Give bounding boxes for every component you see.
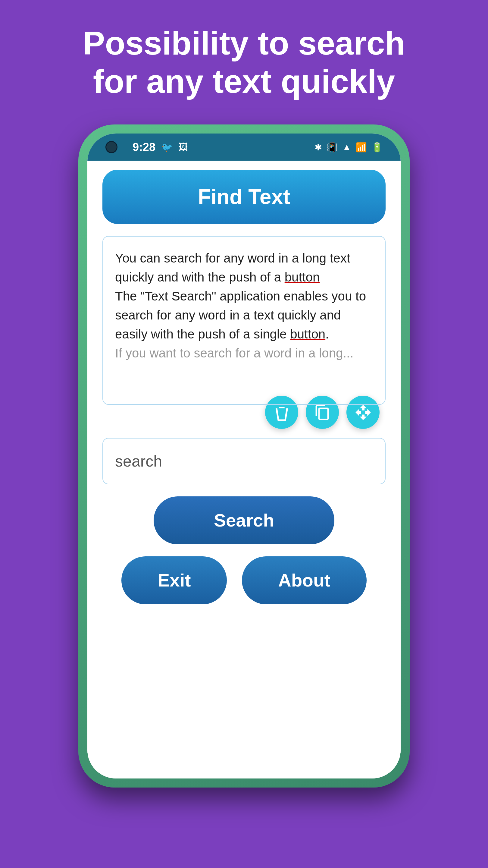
highlight-button-1: button (285, 270, 320, 284)
image-icon: 🖼 (178, 142, 188, 152)
about-button[interactable]: About (242, 556, 366, 604)
headline: Possibility to search for any text quick… (59, 0, 429, 119)
status-time: 9:28 (133, 141, 156, 154)
camera-dot (105, 141, 118, 153)
clipboard-icon (314, 404, 331, 421)
move-icon (355, 404, 371, 421)
status-icons-right: ✱ 📳 ▲ 📶 🔋 (315, 142, 383, 153)
wifi-icon: ▲ (342, 142, 351, 152)
twitter-icon: 🐦 (161, 142, 173, 153)
highlight-button-2: button (290, 327, 325, 341)
status-left: 9:28 🐦 🖼 (105, 141, 188, 154)
search-button[interactable]: Search (154, 496, 334, 544)
trash-icon (273, 404, 290, 421)
phone-screen: 9:28 🐦 🖼 ✱ 📳 ▲ 📶 🔋 Find Text (87, 133, 401, 778)
bluetooth-icon: ✱ (315, 142, 322, 153)
status-bar: 9:28 🐦 🖼 ✱ 📳 ▲ 📶 🔋 (87, 133, 401, 161)
exit-button[interactable]: Exit (121, 556, 227, 604)
headline-line1: Possibility to search (83, 24, 405, 61)
app-header: Find Text (102, 170, 386, 224)
battery-icon: 🔋 (371, 142, 383, 153)
text-display-area[interactable]: You can search for any word in a long te… (102, 236, 386, 405)
vibrate-icon: 📳 (327, 142, 338, 153)
bottom-buttons: Exit About (121, 556, 366, 604)
headline-line2: for any text quickly (93, 63, 395, 100)
search-input[interactable] (102, 438, 386, 484)
body-text-static: You can search for any word in a long te… (115, 251, 366, 360)
app-title: Find Text (198, 185, 290, 209)
phone-outer-shell: 9:28 🐦 🖼 ✱ 📳 ▲ 📶 🔋 Find Text (78, 124, 410, 787)
signal-icon: 📶 (356, 142, 367, 153)
app-content: Find Text You can search for any word in… (87, 161, 401, 778)
phone-frame: 9:28 🐦 🖼 ✱ 📳 ▲ 📶 🔋 Find Text (78, 124, 410, 787)
